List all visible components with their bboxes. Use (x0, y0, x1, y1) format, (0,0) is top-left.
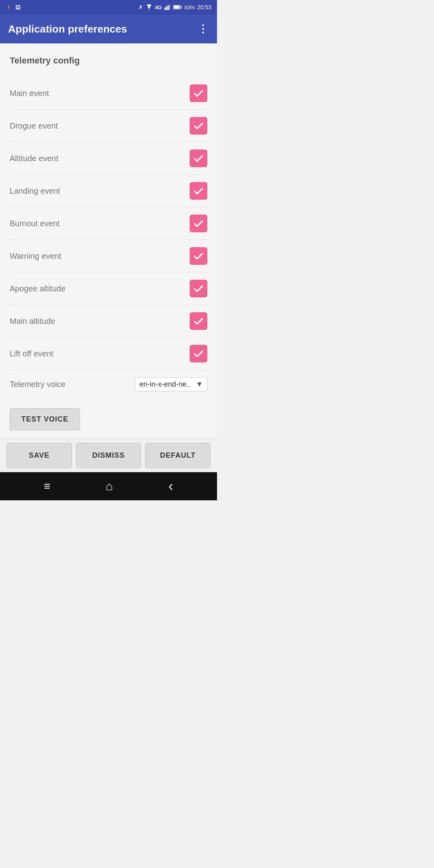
svg-rect-0 (164, 8, 166, 10)
telemetry-voice-dropdown[interactable]: en-in-x-end-ne.. ▼ (135, 377, 207, 391)
svg-rect-3 (169, 4, 170, 10)
bottom-buttons: SAVE DISMISS DEFAULT (0, 438, 217, 472)
checkbox-warning-event[interactable] (190, 247, 207, 265)
pref-row-main-event: Main event (10, 77, 207, 110)
svg-rect-2 (168, 5, 169, 10)
pref-row-apogee-altitude: Apogee altitude (10, 272, 207, 305)
checkbox-main-altitude[interactable] (190, 312, 207, 330)
time-label: 20:53 (197, 4, 211, 10)
nav-back-icon[interactable]: ‹ (168, 478, 173, 495)
nav-home-icon[interactable]: ⌂ (106, 479, 113, 493)
pref-label-main-event: Main event (10, 89, 49, 98)
network-label: 4G (155, 4, 162, 10)
pref-row-telemetry-voice: Telemetry voice en-in-x-end-ne.. ▼ (10, 370, 207, 399)
checkbox-burnout-event[interactable] (190, 215, 207, 232)
checkbox-apogee-altitude[interactable] (190, 280, 207, 297)
nav-bar: ≡ ⌂ ‹ (0, 472, 217, 500)
default-button[interactable]: DEFAULT (145, 443, 211, 468)
telemetry-voice-value: en-in-x-end-ne.. (139, 380, 190, 389)
wifi-icon (145, 4, 153, 10)
pref-label-burnout-event: Burnout event (10, 219, 60, 228)
pref-label-landing-event: Landing event (10, 186, 60, 196)
pref-label-main-altitude: Main altitude (10, 317, 55, 326)
pref-row-altitude-event: Altitude event (10, 142, 207, 175)
content-area: Telemetry config Main event Drogue event… (0, 43, 217, 438)
pref-row-burnout-event: Burnout event (10, 207, 207, 240)
overflow-menu-button[interactable]: ⋮ (198, 23, 209, 35)
pref-row-warning-event: Warning event (10, 240, 207, 272)
svg-rect-1 (166, 6, 167, 10)
svg-rect-6 (174, 6, 180, 8)
pref-label-apogee-altitude: Apogee altitude (10, 284, 66, 293)
pref-row-liftoff-event: Lift off event (10, 338, 207, 370)
nav-menu-icon[interactable]: ≡ (44, 480, 50, 493)
checkbox-drogue-event[interactable] (190, 117, 207, 135)
dismiss-button[interactable]: DISMISS (76, 443, 141, 468)
bluetooth-icon: ✗ (138, 4, 143, 10)
pref-label-drogue-event: Drogue event (10, 121, 58, 131)
checkbox-landing-event[interactable] (190, 182, 207, 200)
walk-icon: 🚶 (6, 4, 12, 10)
test-voice-button[interactable]: TEST VOICE (10, 408, 80, 430)
battery-icon (173, 5, 182, 10)
chevron-down-icon: ▼ (196, 380, 203, 389)
pref-row-landing-event: Landing event (10, 175, 207, 207)
battery-label: 83% (184, 4, 195, 10)
pref-label-telemetry-voice: Telemetry voice (10, 380, 66, 389)
pref-row-main-altitude: Main altitude (10, 305, 207, 338)
checkbox-altitude-event[interactable] (190, 149, 207, 167)
checkbox-main-event[interactable] (190, 84, 207, 102)
image-icon: 🖼 (15, 4, 20, 10)
pref-label-warning-event: Warning event (10, 252, 61, 261)
pref-row-drogue-event: Drogue event (10, 110, 207, 142)
pref-label-altitude-event: Altitude event (10, 154, 58, 163)
status-bar: 🚶 🖼 ✗ 4G 83% 20:53 (0, 0, 217, 14)
save-button[interactable]: SAVE (6, 443, 72, 468)
signal-icon (164, 4, 171, 10)
svg-rect-5 (181, 6, 182, 8)
pref-label-liftoff-event: Lift off event (10, 349, 53, 358)
checkbox-liftoff-event[interactable] (190, 345, 207, 362)
app-bar: Application preferences ⋮ (0, 14, 217, 43)
page-title: Application preferences (8, 23, 127, 35)
section-title: Telemetry config (10, 55, 207, 66)
